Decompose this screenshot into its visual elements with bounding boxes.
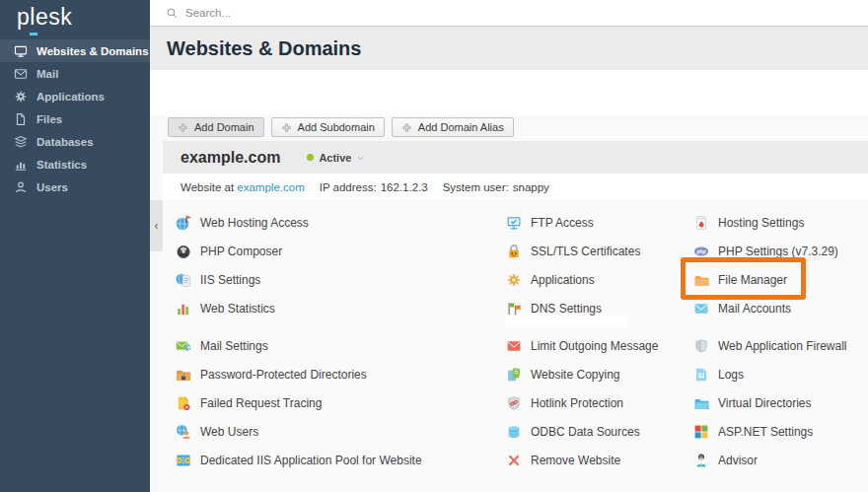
tool-label: Website Copying xyxy=(531,368,620,382)
hotlink-protection-icon xyxy=(506,395,522,411)
sidebar-item-label: Mail xyxy=(36,68,58,80)
status-badge[interactable]: Active xyxy=(307,152,365,164)
applications-link[interactable]: Applications xyxy=(506,265,658,294)
status-dot-icon xyxy=(307,154,314,161)
tool-label: PHP Composer xyxy=(200,245,282,258)
chevron-down-icon xyxy=(356,154,365,163)
tool-label: PHP Settings (v7.3.29) xyxy=(718,245,838,258)
tool-label: Logs xyxy=(718,368,744,382)
tool-label: Hotlink Protection xyxy=(531,396,623,410)
sidebar-collapse-handle[interactable]: ‹ xyxy=(150,200,163,251)
iis-settings-icon xyxy=(176,272,191,288)
plesk-logo[interactable]: plesk xyxy=(17,4,72,31)
hosting-settings-icon xyxy=(693,215,709,231)
ftp-access-icon xyxy=(506,215,522,231)
tool-label: IIS Settings xyxy=(200,273,260,287)
tool-label: ODBC Data Sources xyxy=(531,425,640,439)
tools-group: Limit Outgoing MessageWebsite CopyingHot… xyxy=(506,331,658,474)
ftp-access-link[interactable]: FTP Access xyxy=(506,208,658,237)
dedicated-iis-application-pool-for-website-link[interactable]: Dedicated IIS Application Pool for Websi… xyxy=(176,446,422,474)
php-settings-v7-3-29-link[interactable]: phpPHP Settings (v7.3.29) xyxy=(693,237,847,265)
php-composer-icon xyxy=(176,244,191,259)
tools-group: FTP AccessSSL/TLS CertificatesApplicatio… xyxy=(506,208,658,322)
page-header: Websites & Domains xyxy=(150,27,868,70)
hosting-settings-link[interactable]: Hosting Settings xyxy=(693,208,847,237)
sidebar-item-label: Applications xyxy=(36,91,105,103)
dedicated-iis-pool-icon xyxy=(176,453,191,468)
web-hosting-access-icon xyxy=(176,215,191,231)
limit-outgoing-message-link[interactable]: Limit Outgoing Message xyxy=(506,331,658,360)
gear-icon xyxy=(14,90,28,104)
password-protected-directories-icon xyxy=(176,367,191,383)
sidebar-item-label: Websites & Domains xyxy=(36,45,149,57)
tool-label: Failed Request Tracing xyxy=(200,396,322,410)
tools-group: Web Application FirewallLogsVirtual Dire… xyxy=(693,331,847,474)
odbc-data-sources-icon xyxy=(506,424,522,440)
search-input[interactable] xyxy=(185,7,501,19)
domain-toolbar: Add DomainAdd SubdomainAdd Domain Alias xyxy=(168,117,514,137)
mail-settings-link[interactable]: Mail Settings xyxy=(176,331,422,360)
website-copying-icon xyxy=(506,367,522,383)
ssl-tls-certificates-link[interactable]: SSL/TLS Certificates xyxy=(506,237,658,265)
tool-label: SSL/TLS Certificates xyxy=(531,245,640,258)
plus-icon xyxy=(401,122,412,133)
applications-icon xyxy=(506,272,522,288)
iis-settings-link[interactable]: IIS Settings xyxy=(176,265,422,294)
domain-info-row: Website at example.com IP address:162.1.… xyxy=(163,174,868,200)
tools-group: Hosting SettingsphpPHP Settings (v7.3.29… xyxy=(693,208,847,322)
virtual-directories-link[interactable]: Virtual Directories xyxy=(693,388,847,417)
logs-link[interactable]: Logs xyxy=(693,360,847,388)
tool-label: FTP Access xyxy=(531,216,594,230)
remove-website-link[interactable]: Remove Website xyxy=(506,446,658,474)
php-composer-link[interactable]: PHP Composer xyxy=(176,237,422,265)
web-users-link[interactable]: Web Users xyxy=(176,417,422,446)
odbc-data-sources-link[interactable]: ODBC Data Sources xyxy=(506,417,658,446)
sidebar-menu: Websites & DomainsMailApplicationsFilesD… xyxy=(0,39,150,198)
logs-icon xyxy=(693,367,709,383)
button-label: Add Domain Alias xyxy=(418,121,504,133)
file-manager-icon xyxy=(693,272,709,288)
tool-label: ASP.NET Settings xyxy=(718,425,813,439)
file-manager-link[interactable]: File Manager xyxy=(693,265,847,294)
asp-net-settings-link[interactable]: ASP.NET Settings xyxy=(693,417,847,446)
button-label: Add Subdomain xyxy=(298,121,375,133)
sidebar-item-files[interactable]: Files xyxy=(0,107,150,130)
tool-label: Web Application Firewall xyxy=(718,339,847,353)
website-copying-link[interactable]: Website Copying xyxy=(506,360,658,388)
tools-group: Web Hosting AccessPHP ComposerIIS Settin… xyxy=(176,208,422,322)
svg-text:php: php xyxy=(695,247,705,253)
plus-icon xyxy=(281,122,292,133)
add-domain-alias-button[interactable]: Add Domain Alias xyxy=(392,117,514,137)
tool-label: Virtual Directories xyxy=(718,396,811,410)
sidebar-item-label: Users xyxy=(36,181,68,193)
tools-grid: Web Hosting AccessPHP ComposerIIS Settin… xyxy=(163,200,868,492)
sidebar-item-websites-domains[interactable]: Websites & Domains xyxy=(0,39,150,62)
sidebar-item-users[interactable]: Users xyxy=(0,176,150,198)
tools-column: Web Hosting AccessPHP ComposerIIS Settin… xyxy=(176,208,422,474)
domain-link[interactable]: example.com xyxy=(237,181,304,193)
sidebar-item-mail[interactable]: Mail xyxy=(0,62,150,85)
add-domain-button[interactable]: Add Domain xyxy=(168,117,264,137)
password-protected-directories-link[interactable]: Password-Protected Directories xyxy=(176,360,422,388)
files-icon xyxy=(14,112,28,126)
advisor-link[interactable]: Advisor xyxy=(693,446,847,474)
hotlink-protection-link[interactable]: Hotlink Protection xyxy=(506,388,658,417)
mail-icon xyxy=(14,67,28,81)
topbar xyxy=(150,0,868,27)
sidebar-item-label: Statistics xyxy=(36,159,87,171)
add-subdomain-button[interactable]: Add Subdomain xyxy=(271,117,385,137)
failed-request-tracing-link[interactable]: Failed Request Tracing xyxy=(176,388,422,417)
remove-website-icon xyxy=(506,453,522,468)
web-application-firewall-icon xyxy=(693,338,709,354)
web-users-icon xyxy=(176,424,191,440)
sidebar-item-label: Files xyxy=(36,113,62,125)
mail-accounts-link[interactable]: Mail Accounts xyxy=(693,294,847,322)
failed-request-tracing-icon xyxy=(176,395,191,411)
sidebar-item-applications[interactable]: Applications xyxy=(0,85,150,107)
web-statistics-link[interactable]: Web Statistics xyxy=(176,294,422,322)
sidebar-item-databases[interactable]: Databases xyxy=(0,130,150,153)
web-hosting-access-link[interactable]: Web Hosting Access xyxy=(176,208,422,237)
sidebar-item-statistics[interactable]: Statistics xyxy=(0,153,150,176)
tool-label: Mail Accounts xyxy=(718,302,791,316)
web-application-firewall-link[interactable]: Web Application Firewall xyxy=(693,331,847,360)
